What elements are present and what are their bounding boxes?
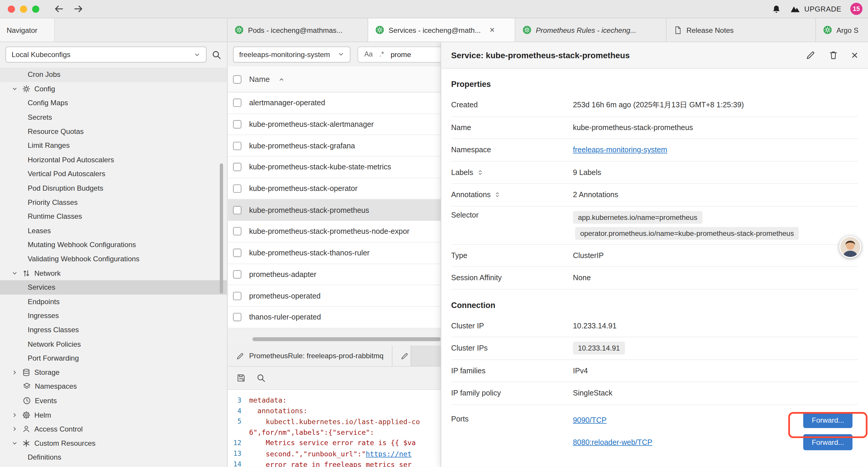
sidebar-group-network[interactable]: Network [0,266,227,280]
sidebar-group-config[interactable]: Config [0,82,227,96]
sidebar-item-network-policies[interactable]: Network Policies [0,337,227,351]
chevron-right-icon [11,369,18,375]
back-button[interactable] [54,3,65,14]
sidebar-item-services[interactable]: Services [0,280,227,294]
selector-chip: operator.prometheus.io/name=kube-prometh… [575,227,799,239]
minimize-window-button[interactable] [20,5,27,12]
sidebar-item-resource-quotas[interactable]: Resource Quotas [0,124,227,138]
save-icon[interactable] [236,373,246,383]
navigator-tree: Cron Jobs Config Config Maps Secrets Res… [0,68,227,467]
sidebar-group-storage[interactable]: Storage [0,365,227,380]
tab-argo[interactable]: Argo S [816,18,868,42]
tab-pods[interactable]: Pods - icecheng@mathmas... [227,18,368,42]
window-titlebar: UPGRADE 15 [0,0,868,18]
dock-tab-partial[interactable] [392,346,411,366]
avatar[interactable] [839,236,862,258]
column-name-header[interactable]: Name [249,75,270,84]
detail-row-labels: Labels 9 Labels [451,162,858,184]
sidebar-item-definitions[interactable]: Definitions [0,450,227,464]
drawer-title: Service: kube-prometheus-stack-prometheu… [451,51,629,60]
row-checkbox[interactable] [233,99,241,107]
forward-button-8080[interactable]: Forward... [804,434,852,450]
document-icon [674,26,682,34]
row-checkbox[interactable] [233,292,241,300]
upgrade-button[interactable]: UPGRADE [790,4,841,14]
port-link-8080[interactable]: 8080:reloader-web/TCP [573,438,652,446]
sidebar-scrollbar[interactable] [220,164,223,293]
sidebar-item-validating-webhook-configurations[interactable]: Validating Webhook Configurations [0,252,227,266]
cluster-ip-chip: 10.233.14.91 [573,342,625,355]
sidebar-item-leases[interactable]: Leases [0,224,227,238]
sidebar-item-horizontal-pod-autoscalers[interactable]: Horizontal Pod Autoscalers [0,152,227,167]
close-drawer-icon[interactable]: × [851,49,858,61]
pencil-icon [401,352,408,360]
kubeconfig-selector[interactable]: Local Kubeconfigs [6,47,207,62]
sidebar-item-vertical-pod-autoscalers[interactable]: Vertical Pod Autoscalers [0,167,227,181]
namespace-link[interactable]: freeleaps-monitoring-system [573,146,667,154]
row-checkbox[interactable] [233,249,241,257]
forward-button-9090[interactable]: Forward... [804,412,852,428]
port-link-9090[interactable]: 9090/TCP [573,416,607,424]
connection-heading: Connection [451,298,858,312]
editor-search-icon[interactable] [256,373,266,383]
row-checkbox[interactable] [233,270,241,279]
detail-row-ip-family-policy: IP family policy SingleStack [451,382,858,405]
sidebar-item-namespaces[interactable]: Namespaces [0,380,227,394]
edit-icon[interactable] [806,51,815,60]
notification-count-badge[interactable]: 15 [850,3,862,15]
kubernetes-icon [523,25,531,34]
sidebar-search-icon[interactable] [212,50,222,60]
sidebar-item-mutating-webhook-configurations[interactable]: Mutating Webhook Configurations [0,238,227,252]
row-checkbox[interactable] [233,227,241,236]
horizontal-scrollbar[interactable] [252,337,440,341]
regex-toggle[interactable]: .* [379,51,384,58]
chevron-down-icon [11,270,18,276]
sidebar-item-events[interactable]: Events [0,394,227,408]
sidebar-item-cron-jobs[interactable]: Cron Jobs [0,68,227,82]
sidebar-item-limit-ranges[interactable]: Limit Ranges [0,138,227,152]
sidebar-group-helm[interactable]: Helm [0,408,227,422]
sidebar-item-priority-classes[interactable]: Priority Classes [0,195,227,209]
dock-tab-prometheusrule[interactable]: PrometheusRule: freeleaps-prod-rabbitmq [228,346,392,366]
detail-row-selector: Selector app.kubernetes.io/name=promethe… [451,206,858,244]
sidebar-group-custom-resources[interactable]: Custom Resources [0,436,227,450]
tab-release-notes[interactable]: Release Notes [666,18,816,42]
maximize-window-button[interactable] [32,5,39,12]
sidebar-item-runtime-classes[interactable]: Runtime Classes [0,209,227,224]
sidebar-item-pod-disruption-budgets[interactable]: Pod Disruption Budgets [0,181,227,195]
expand-collapse-icon[interactable] [476,169,484,176]
helm-wheel-icon [22,411,30,419]
row-checkbox[interactable] [233,120,241,128]
avatar-image [840,237,860,257]
close-window-button[interactable] [8,5,15,12]
row-checkbox[interactable] [233,142,241,150]
notifications-bell-icon[interactable] [772,4,781,13]
sidebar-item-ingress-classes[interactable]: Ingress Classes [0,323,227,337]
row-checkbox[interactable] [233,313,241,321]
upgrade-label: UPGRADE [804,5,841,13]
expand-collapse-icon[interactable] [494,191,501,198]
sort-ascending-icon[interactable] [279,76,285,83]
sidebar-item-port-forwarding[interactable]: Port Forwarding [0,351,227,365]
app-window: UPGRADE 15 Navigator Pods - icecheng@mat… [0,0,868,467]
sidebar-item-ingresses[interactable]: Ingresses [0,309,227,323]
forward-button[interactable] [72,3,83,14]
sidebar-item-secrets[interactable]: Secrets [0,110,227,124]
namespace-filter-select[interactable]: freeleaps-monitoring-system [233,46,350,62]
delete-icon[interactable] [829,51,838,60]
sidebar-item-endpoints[interactable]: Endpoints [0,294,227,309]
tab-prometheus-rules[interactable]: Prometheus Rules - icecheng... [515,18,666,42]
code-url-link[interactable]: https://net [366,449,411,458]
sidebar-item-config-maps[interactable]: Config Maps [0,96,227,110]
match-case-toggle[interactable]: Aa [364,51,373,58]
row-checkbox[interactable] [233,163,241,171]
navigator-tab[interactable]: Navigator [0,18,55,42]
tab-services[interactable]: Services - icecheng@math... × [368,18,515,42]
sidebar-group-access-control[interactable]: Access Control [0,422,227,436]
row-checkbox[interactable] [233,206,241,214]
navigator-sidebar: Local Kubeconfigs Cron Jobs Config Confi… [0,42,227,467]
row-checkbox[interactable] [233,184,241,193]
events-clock-icon [23,396,31,405]
select-all-checkbox[interactable] [233,75,241,83]
close-tab-icon[interactable]: × [490,25,495,34]
